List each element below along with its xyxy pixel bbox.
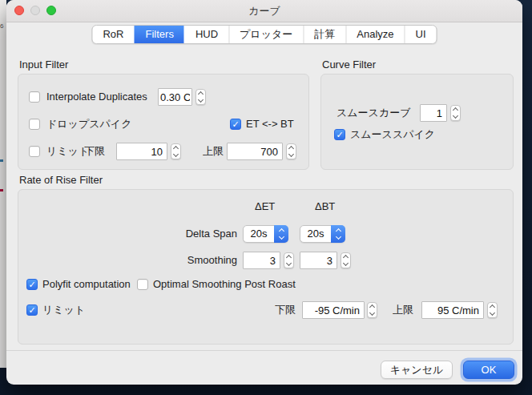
ok-button[interactable]: OK <box>463 361 514 379</box>
smooth-curves-stepper[interactable] <box>450 105 461 121</box>
dropdown-arrows-icon <box>331 225 345 243</box>
input-filter-group-title: Input Filter <box>19 58 68 71</box>
tab-bar: RoR Filters HUD プロッター 計算 Analyze UI <box>91 25 437 44</box>
delta-et-column-header: ΔET <box>255 199 275 215</box>
footer-separator <box>6 350 522 351</box>
chevron-down-icon <box>453 113 458 119</box>
ror-limit-min-stepper[interactable] <box>367 302 377 318</box>
cancel-button[interactable]: キャンセル <box>381 361 453 379</box>
check-icon: ✓ <box>335 130 345 139</box>
smooth-curves-field[interactable] <box>420 104 447 122</box>
dropdown-arrows-icon <box>274 225 288 243</box>
tab-plotter[interactable]: プロッター <box>228 26 303 43</box>
chevron-down-icon <box>278 234 284 240</box>
interpolate-value-field[interactable] <box>158 88 192 106</box>
polyfit-computation-label: Polyfit computation <box>42 276 131 293</box>
et-bt-swap-checkbox[interactable]: ✓ <box>230 119 241 130</box>
input-limit-min-label: 下限 <box>84 143 105 160</box>
curve-filter-group-title: Curve Filter <box>322 58 376 71</box>
interpolate-value-stepper[interactable] <box>195 89 206 105</box>
interpolate-duplicates-checkbox[interactable]: ✓ <box>29 91 40 103</box>
background-chart-blue-mark <box>0 159 3 162</box>
drop-spike-checkbox[interactable]: ✓ <box>29 119 40 130</box>
check-icon: ✓ <box>231 119 240 129</box>
ror-limit-max-label: 上限 <box>393 301 413 319</box>
tab-ui[interactable]: UI <box>405 26 437 43</box>
smooth-spikes-label: スムーススパイク <box>350 126 435 143</box>
background-chart-red-mark <box>0 189 3 191</box>
ror-limits-label: リミット <box>42 301 85 319</box>
background-axis-label: 6 <box>0 22 3 30</box>
input-limit-max-label: 上限 <box>203 143 224 160</box>
smoothing-bt-field[interactable] <box>300 252 337 269</box>
delta-span-bt-value: 20s <box>300 226 331 242</box>
check-icon: ✓ <box>27 280 37 289</box>
ror-limit-max-stepper[interactable] <box>487 302 498 318</box>
tab-calc[interactable]: 計算 <box>303 26 345 43</box>
ror-limits-checkbox[interactable]: ✓ <box>26 304 38 316</box>
chevron-down-icon <box>173 151 179 157</box>
smoothing-et-stepper[interactable] <box>284 252 294 268</box>
ror-limit-min-label: 下限 <box>275 301 296 319</box>
background-window-edge: 6 <box>0 0 6 368</box>
titlebar[interactable]: カーブ <box>6 0 522 22</box>
input-limit-max-field[interactable] <box>227 143 283 160</box>
chevron-down-icon <box>369 310 375 316</box>
smooth-spikes-checkbox[interactable]: ✓ <box>334 129 345 140</box>
smoothing-label: Smoothing <box>151 252 237 269</box>
smoothing-bt-stepper[interactable] <box>341 252 351 268</box>
tab-ror[interactable]: RoR <box>92 26 134 43</box>
input-limits-checkbox[interactable]: ✓ <box>29 146 40 157</box>
optimal-smoothing-checkbox[interactable]: ✓ <box>137 279 148 290</box>
curve-filter-group <box>320 74 514 170</box>
drop-spike-label: ドロップスパイク <box>46 115 131 133</box>
delta-span-et-value: 20s <box>244 226 274 242</box>
chevron-down-icon <box>288 151 294 157</box>
ror-filter-group-title: Rate of Rise Filter <box>19 174 103 186</box>
delta-span-label: Delta Span <box>151 225 237 243</box>
chevron-down-icon <box>198 97 204 103</box>
check-icon: ✓ <box>27 305 37 315</box>
optimal-smoothing-label: Optimal Smoothing Post Roast <box>153 276 296 293</box>
interpolate-duplicates-label: Interpolate Duplicates <box>46 88 147 106</box>
delta-span-bt-dropdown[interactable]: 20s <box>300 225 345 243</box>
tab-filters[interactable]: Filters <box>134 26 183 43</box>
input-limit-min-stepper[interactable] <box>171 143 181 159</box>
chevron-down-icon <box>286 260 292 266</box>
input-limit-min-field[interactable] <box>116 143 167 160</box>
dialog-window: カーブ RoR Filters HUD プロッター 計算 Analyze UI … <box>6 0 522 385</box>
chevron-down-icon <box>335 234 341 240</box>
smooth-curves-label: スムースカーブ <box>337 104 411 122</box>
tab-analyze[interactable]: Analyze <box>345 26 404 43</box>
window-title: カーブ <box>6 0 522 22</box>
polyfit-computation-checkbox[interactable]: ✓ <box>26 279 38 290</box>
ror-limit-max-field[interactable] <box>421 301 484 319</box>
et-bt-swap-label: ET <-> BT <box>246 115 294 133</box>
input-limits-label: リミット <box>46 143 89 160</box>
input-limit-max-stepper[interactable] <box>286 143 296 159</box>
chevron-down-icon <box>490 310 495 316</box>
ror-limit-min-field[interactable] <box>302 301 365 319</box>
tab-hud[interactable]: HUD <box>184 26 228 43</box>
smoothing-et-field[interactable] <box>243 252 280 269</box>
delta-span-et-dropdown[interactable]: 20s <box>243 225 288 243</box>
delta-bt-column-header: ΔBT <box>315 199 335 215</box>
chevron-down-icon <box>343 260 349 266</box>
